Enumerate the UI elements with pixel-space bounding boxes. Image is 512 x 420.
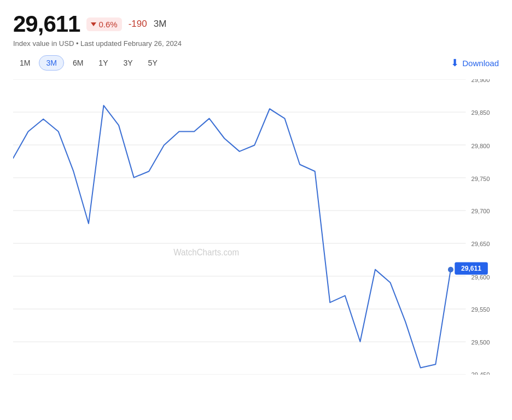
- change-points: -190: [129, 19, 147, 30]
- svg-text:29,750: 29,750: [472, 176, 490, 182]
- change-percent: 0.6%: [98, 20, 117, 29]
- main-value: 29,611: [13, 11, 80, 37]
- price-tag-text: 29,611: [461, 265, 481, 272]
- subtitle: Index value in USD • Last updated Februa…: [13, 39, 499, 48]
- time-buttons: 1M 3M 6M 1Y 3Y 5Y: [13, 55, 164, 71]
- svg-text:29,650: 29,650: [472, 241, 490, 247]
- time-btn-3y[interactable]: 3Y: [117, 55, 139, 71]
- current-price-dot: [448, 267, 453, 272]
- chart-svg: 29,900 29,850 29,800 29,750 29,700 29,65…: [13, 79, 499, 375]
- period-label: 3M: [154, 19, 167, 30]
- controls-row: 1M 3M 6M 1Y 3Y 5Y ⬇ Download: [13, 55, 499, 71]
- time-btn-1y[interactable]: 1Y: [92, 55, 114, 71]
- svg-text:29,850: 29,850: [472, 109, 490, 116]
- time-btn-3m[interactable]: 3M: [39, 55, 63, 71]
- chart-container: 29,900 29,850 29,800 29,750 29,700 29,65…: [13, 79, 499, 375]
- svg-text:29,700: 29,700: [472, 208, 490, 214]
- download-icon: ⬇: [451, 57, 459, 69]
- change-badge: 0.6%: [86, 18, 121, 31]
- svg-text:29,450: 29,450: [472, 371, 490, 375]
- svg-text:29,900: 29,900: [472, 79, 490, 83]
- svg-text:29,800: 29,800: [472, 143, 490, 149]
- download-label: Download: [462, 59, 499, 68]
- time-btn-5y[interactable]: 5Y: [142, 55, 164, 71]
- main-value-row: 29,611 0.6% -190 3M: [13, 11, 499, 37]
- time-btn-6m[interactable]: 6M: [66, 55, 90, 71]
- svg-text:29,500: 29,500: [472, 339, 490, 346]
- time-btn-1m[interactable]: 1M: [13, 55, 37, 71]
- watermark-text: WatchCharts.com: [173, 248, 239, 257]
- download-button[interactable]: ⬇ Download: [451, 57, 499, 69]
- header-section: 29,611 0.6% -190 3M Index value in USD •…: [13, 11, 499, 48]
- arrow-down-icon: [91, 22, 96, 26]
- svg-text:29,550: 29,550: [472, 306, 490, 313]
